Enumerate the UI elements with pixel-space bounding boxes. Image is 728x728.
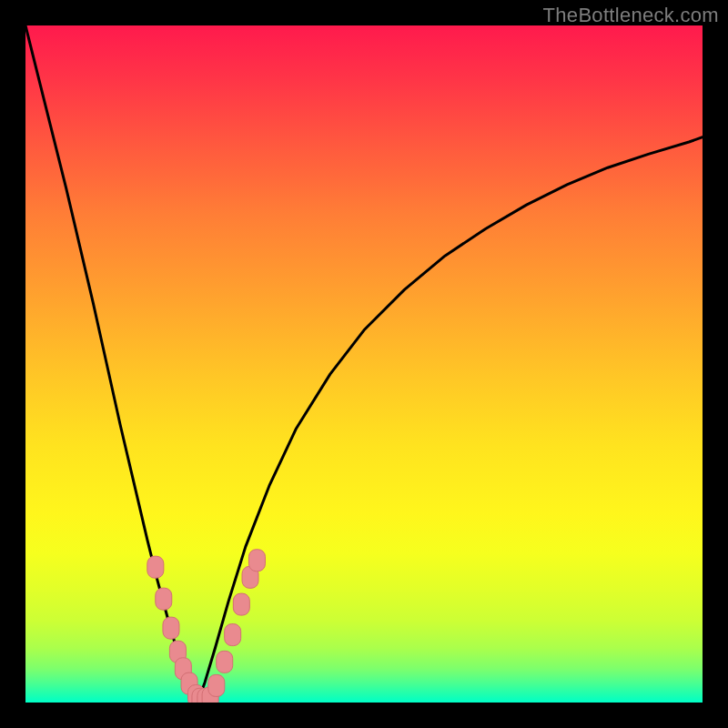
- marker-point: [225, 624, 241, 646]
- marker-point: [233, 593, 249, 615]
- marker-point: [156, 588, 172, 610]
- curve-right-branch: [198, 137, 703, 700]
- plot-svg: [25, 25, 703, 703]
- plot-area: [25, 25, 703, 703]
- marker-point: [147, 556, 164, 578]
- curve-left-branch: [25, 25, 198, 699]
- marker-point: [217, 651, 233, 672]
- watermark-text: TheBottleneck.com: [543, 4, 719, 27]
- marker-point: [208, 674, 225, 696]
- chart-frame: TheBottleneck.com: [0, 0, 728, 728]
- curve-layer: [25, 25, 703, 699]
- marker-point: [163, 617, 179, 639]
- marker-point: [248, 550, 265, 571]
